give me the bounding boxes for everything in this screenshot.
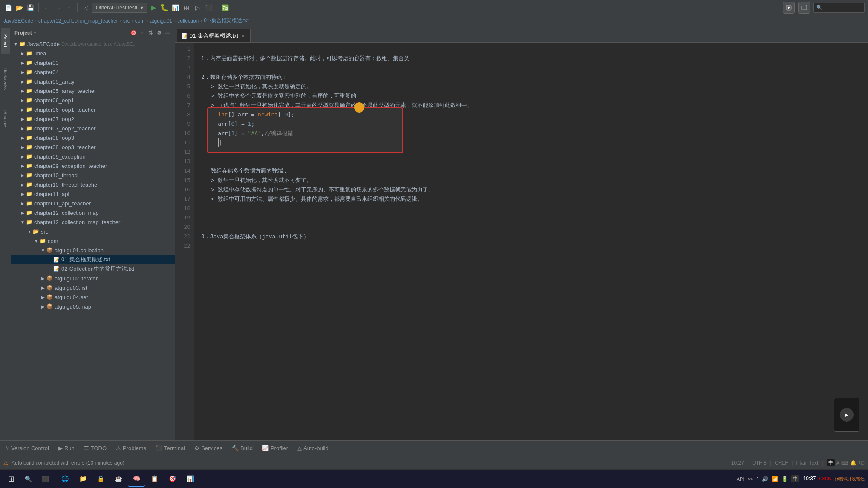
profiler-label: Profiler	[271, 445, 288, 451]
collapse-icon[interactable]: ≡	[138, 29, 146, 37]
line-20	[201, 222, 861, 232]
tray-ime[interactable]: 中	[791, 475, 799, 482]
tree-chapter03[interactable]: ▶ 📁 chapter03	[11, 58, 175, 67]
tab-version-control[interactable]: ⑂ Version Control	[2, 442, 53, 454]
breadcrumb-src[interactable]: src	[123, 18, 130, 24]
atguigu03-label: atguigu03.list	[55, 285, 87, 291]
tab-build[interactable]: 🔨 Build	[228, 442, 257, 454]
navigate-icon[interactable]: ↕	[64, 3, 74, 12]
tree-atguigu01[interactable]: ▼ 📦 atguigu01.collection	[11, 245, 175, 255]
tree-chapter06teacher[interactable]: ▶ 📁 chapter06_oop1_teacher	[11, 105, 175, 114]
tree-com[interactable]: ▼ 📁 com	[11, 236, 175, 245]
play-button[interactable]: ▶	[840, 408, 854, 422]
tree-chapter08teacher[interactable]: ▶ 📁 chapter08_oop3_teacher	[11, 142, 175, 152]
explorer-icon[interactable]: 📁	[74, 471, 91, 487]
status-crlf: CRLF	[775, 460, 788, 466]
tree-chapter12teacher[interactable]: ▼ 📁 chapter12_collection_map_teacher	[11, 217, 175, 227]
stop-icon[interactable]: ⬛	[204, 3, 213, 12]
java-icon[interactable]: ☕	[110, 471, 127, 487]
tree-chapter07[interactable]: ▶ 📁 chapter07_oop2	[11, 114, 175, 124]
tree-atguigu05[interactable]: ▶ 📦 atguigu05.map	[11, 302, 175, 311]
tree-chapter12[interactable]: ▶ 📁 chapter12_collection_map	[11, 208, 175, 217]
search-button[interactable]: 🔍	[20, 471, 36, 487]
tray-up[interactable]: ^	[756, 476, 758, 482]
translate-icon[interactable]: 🈯	[221, 3, 230, 12]
project-icon[interactable]: Project	[1, 28, 10, 54]
tab-problems[interactable]: ⚠ Problems	[112, 442, 150, 454]
breadcrumb-collection[interactable]: collection	[177, 18, 199, 24]
tree-chapter05array[interactable]: ▶ 📁 chapter05_array	[11, 77, 175, 86]
tree-idea[interactable]: ▶ 📁 .idea	[11, 49, 175, 58]
tree-file02[interactable]: 📝 02-Collection中的常用方法.txt	[11, 264, 175, 274]
tree-atguigu03[interactable]: ▶ 📦 atguigu03.list	[11, 283, 175, 292]
breadcrumb-file[interactable]: 01-集合框架概述.txt	[204, 17, 248, 24]
save-icon[interactable]: 💾	[26, 3, 35, 12]
tree-chapter09teacher[interactable]: ▶ 📁 chapter09_exception_teacher	[11, 161, 175, 170]
tree-chapter06oop1[interactable]: ▶ 📁 chapter06_oop1	[11, 95, 175, 105]
browser-icon[interactable]: 🌐	[56, 471, 73, 487]
tree-chapter07teacher[interactable]: ▶ 📁 chapter07_oop2_teacher	[11, 124, 175, 133]
tree-chapter11teacher[interactable]: ▶ 📁 chapter11_api_teacher	[11, 199, 175, 208]
back-icon[interactable]: ←	[42, 3, 52, 12]
structure-side-icon[interactable]: Structure	[1, 104, 10, 134]
tray-battery[interactable]: 🔋	[781, 476, 788, 482]
tab-file01[interactable]: 📝 01-集合框架概述.txt ✕	[177, 29, 251, 42]
src-label: src	[41, 228, 48, 235]
tab-autobuild[interactable]: △ Auto-build	[293, 442, 333, 454]
tree-chapter04[interactable]: ▶ 📁 chapter04	[11, 67, 175, 77]
tab-close-btn[interactable]: ✕	[240, 33, 246, 39]
intellij-icon[interactable]: 🧠	[128, 471, 145, 487]
tray-speaker[interactable]: 🔊	[762, 476, 768, 482]
clock-time: 10:37	[803, 476, 816, 482]
tab-run[interactable]: ▶ Run	[54, 442, 79, 454]
tree-chapter10[interactable]: ▶ 📁 chapter10_thread	[11, 170, 175, 180]
com-label: com	[48, 238, 58, 244]
app-icon8[interactable]: 📊	[182, 471, 199, 487]
breadcrumb-atguigu01[interactable]: atguigu01	[150, 18, 173, 24]
tab-profiler[interactable]: 📈 Profiler	[258, 442, 292, 454]
tray-network[interactable]: 📶	[772, 476, 778, 482]
search-bar[interactable]: 🔍	[813, 3, 865, 13]
settings-icon[interactable]: ⚙	[155, 29, 163, 37]
task-view-button[interactable]: ⬛	[37, 471, 53, 487]
tree-chapter10teacher[interactable]: ▶ 📁 chapter10_thread_teacher	[11, 180, 175, 189]
start-button[interactable]: ⊞	[3, 471, 19, 487]
tab-todo[interactable]: ☰ TODO	[80, 442, 111, 454]
debug-button[interactable]: 🐛	[160, 3, 169, 12]
open-icon[interactable]: 📂	[14, 3, 24, 12]
new-file-icon[interactable]: 📄	[3, 3, 13, 12]
tab-services[interactable]: ⚙ Services	[190, 442, 227, 454]
locate-icon[interactable]: 🎯	[130, 29, 137, 37]
screen-record-btn[interactable]	[783, 2, 795, 14]
system-clock[interactable]: 10:37	[803, 476, 816, 482]
breadcrumb-javascode[interactable]: JavaSECode	[3, 18, 33, 24]
forward-icon[interactable]: →	[53, 3, 63, 12]
app-icon7[interactable]: 🎯	[164, 471, 181, 487]
tree-file01[interactable]: 📝 01-集合框架概述.txt	[11, 255, 175, 264]
tree-chapter11[interactable]: ▶ 📁 chapter11_api	[11, 189, 175, 199]
step-icon[interactable]: ▷	[193, 3, 202, 12]
camera-btn[interactable]	[798, 2, 810, 14]
breadcrumb-chapter12[interactable]: chapter12_collection_map_teacher	[38, 18, 118, 24]
bookmarks-side-icon[interactable]: Bookmarks	[1, 64, 10, 94]
app-icon6[interactable]: 📋	[146, 471, 163, 487]
coverage-icon[interactable]: 📊	[171, 3, 180, 12]
tree-root[interactable]: ▼ 📁 JavaSECode D:\code\workspace_teach\J…	[11, 39, 175, 49]
minimize-icon[interactable]: —	[164, 29, 171, 37]
tree-chapter08[interactable]: ▶ 📁 chapter08_oop3	[11, 133, 175, 142]
tab-terminal[interactable]: ⬛ Terminal	[151, 442, 189, 454]
run-button[interactable]: ▶	[149, 3, 158, 12]
profile-icon[interactable]: ⏭	[182, 3, 191, 12]
tree-chapter05array-teacher[interactable]: ▶ 📁 chapter05_array_teacher	[11, 86, 175, 95]
recent-icon[interactable]: ◁	[81, 3, 90, 12]
tree-atguigu04[interactable]: ▶ 📦 atguigu04.set	[11, 292, 175, 302]
code-editor[interactable]: 1．内存层面需要针对于多个数据进行存储。此时，可以考虑的容器有：数组、集合类 2…	[194, 43, 868, 440]
lock-icon[interactable]: 🔒	[92, 471, 109, 487]
tree-src[interactable]: ▼ 📂 src	[11, 227, 175, 236]
sort-icon[interactable]: ⇅	[147, 29, 154, 37]
tree-atguigu02[interactable]: ▶ 📦 atguigu02.iterator	[11, 274, 175, 283]
panel-dropdown[interactable]: ▾	[34, 30, 36, 35]
breadcrumb-com[interactable]: com	[135, 18, 145, 24]
run-config-dropdown[interactable]: OtherAPITest.test6 ▾	[92, 3, 147, 13]
tree-chapter09[interactable]: ▶ 📁 chapter09_exception	[11, 152, 175, 161]
